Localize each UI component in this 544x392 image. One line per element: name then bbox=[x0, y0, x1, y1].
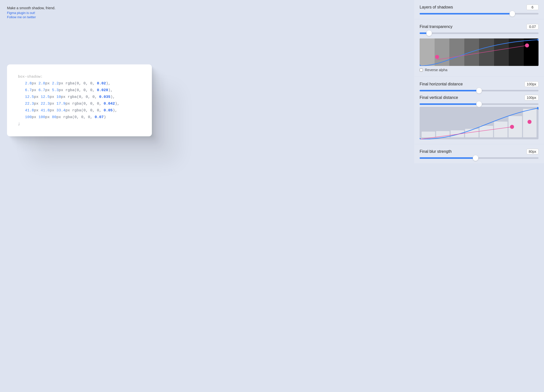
blur-slider-track[interactable] bbox=[420, 157, 539, 159]
transparency-slider-track[interactable] bbox=[420, 32, 539, 34]
transparency-chart bbox=[420, 38, 539, 66]
left-panel: Make a smooth shadow, friend. Figma plug… bbox=[0, 0, 414, 392]
vertical-value: 100px bbox=[525, 95, 539, 100]
horizontal-label: Final horizontal distance bbox=[420, 82, 463, 86]
layers-label: Layers of shadows bbox=[420, 5, 453, 9]
svg-point-1 bbox=[435, 55, 439, 59]
distance-svg bbox=[420, 107, 539, 139]
horizontal-slider-fill bbox=[420, 90, 479, 91]
code-line-6: 100px 100px 80px rgba(0, 0, 0, 0.07) bbox=[18, 114, 141, 121]
svg-point-4 bbox=[537, 38, 539, 41]
svg-point-8 bbox=[528, 120, 532, 124]
svg-line-5 bbox=[420, 127, 512, 139]
code-line-3: 12.5px 12.5px 10px rgba(0, 0, 0, 0.035), bbox=[18, 94, 141, 100]
svg-line-0 bbox=[437, 45, 527, 60]
transparency-chart-wrapper: Reverse alpha bbox=[420, 38, 539, 72]
layers-value: 6 bbox=[527, 4, 539, 10]
horizontal-value: 100px bbox=[525, 81, 539, 87]
reverse-alpha-checkbox[interactable] bbox=[420, 68, 423, 72]
vertical-section: Final vertical distance 100px bbox=[420, 95, 539, 105]
vertical-slider-fill bbox=[420, 103, 479, 105]
transparency-value: 0.07 bbox=[527, 24, 539, 29]
transparency-block: Final transparency 0.07 bbox=[414, 19, 544, 76]
transparency-slider-thumb[interactable] bbox=[426, 30, 432, 36]
vertical-slider-thumb[interactable] bbox=[476, 101, 482, 107]
svg-point-3 bbox=[420, 65, 421, 66]
tagline: Make a smooth shadow, friend. bbox=[7, 6, 407, 10]
horizontal-section: Final horizontal distance 100px bbox=[420, 81, 539, 91]
figma-link[interactable]: Figma plugin is out! bbox=[7, 11, 407, 15]
horizontal-slider-thumb[interactable] bbox=[476, 88, 482, 93]
code-line-2: 6.7px 6.7px 5.3px rgba(0, 0, 0, 0.028), bbox=[18, 87, 141, 94]
distance-block: Final horizontal distance 100px Final ve… bbox=[414, 77, 544, 144]
svg-point-7 bbox=[537, 107, 539, 110]
blur-slider-thumb[interactable] bbox=[473, 155, 478, 161]
vertical-slider-track[interactable] bbox=[420, 103, 539, 105]
transparency-label: Final transparency bbox=[420, 24, 453, 29]
distance-chart bbox=[420, 107, 539, 139]
code-line-1: 2.8px 2.8px 2.2px rgba(0, 0, 0, 0.02), bbox=[18, 80, 141, 87]
horizontal-slider-track[interactable] bbox=[420, 90, 539, 91]
code-semicolon: ; bbox=[18, 121, 141, 127]
layers-block: Layers of shadows 6 bbox=[414, 0, 544, 19]
layers-slider-thumb[interactable] bbox=[510, 11, 515, 16]
code-label: box-shadow: bbox=[18, 73, 141, 80]
reverse-alpha-row: Reverse alpha bbox=[420, 68, 539, 72]
twitter-link[interactable]: Follow me on twitter bbox=[7, 15, 407, 19]
vertical-label: Final vertical distance bbox=[420, 95, 458, 100]
blur-label: Final blur strength bbox=[420, 149, 452, 154]
code-line-5: 41.8px 41.8px 33.4px rgba(0, 0, 0, 0.05)… bbox=[18, 107, 141, 114]
code-line-4: 22.3px 22.3px 17.9px rgba(0, 0, 0, 0.042… bbox=[18, 100, 141, 107]
svg-point-2 bbox=[525, 43, 529, 47]
reverse-alpha-label: Reverse alpha bbox=[425, 68, 447, 72]
right-panel: Layers of shadows 6 Final transparency 0… bbox=[414, 0, 544, 392]
layers-slider-track[interactable] bbox=[420, 13, 539, 14]
layers-slider-fill bbox=[420, 13, 512, 14]
svg-point-9 bbox=[420, 138, 421, 139]
blur-block: Final blur strength 80px bbox=[414, 144, 544, 163]
svg-point-6 bbox=[510, 125, 514, 129]
transparency-svg bbox=[420, 38, 539, 66]
blur-slider-fill bbox=[420, 157, 476, 159]
code-card: box-shadow: 2.8px 2.8px 2.2px rgba(0, 0,… bbox=[7, 64, 152, 136]
blur-value: 80px bbox=[527, 149, 539, 154]
